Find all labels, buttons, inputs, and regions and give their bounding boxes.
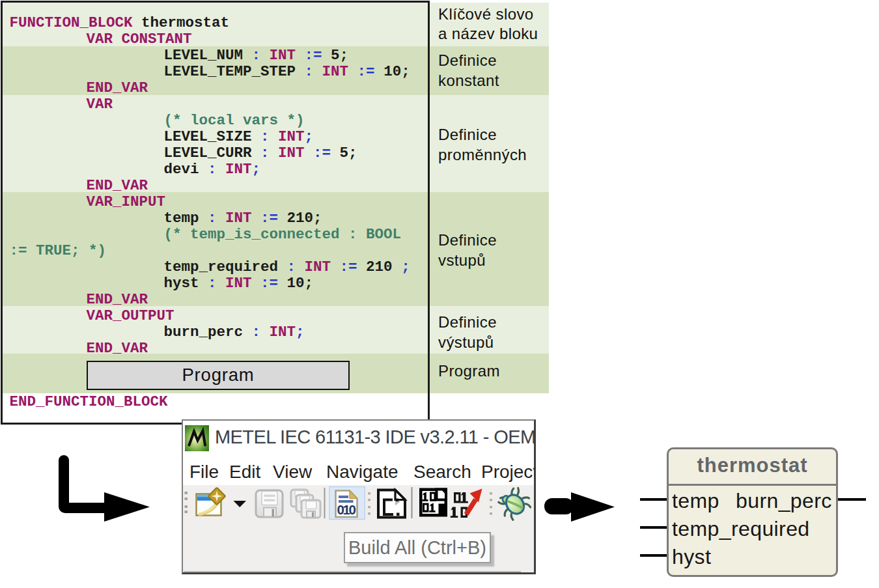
- svg-text:010: 010: [337, 502, 357, 517]
